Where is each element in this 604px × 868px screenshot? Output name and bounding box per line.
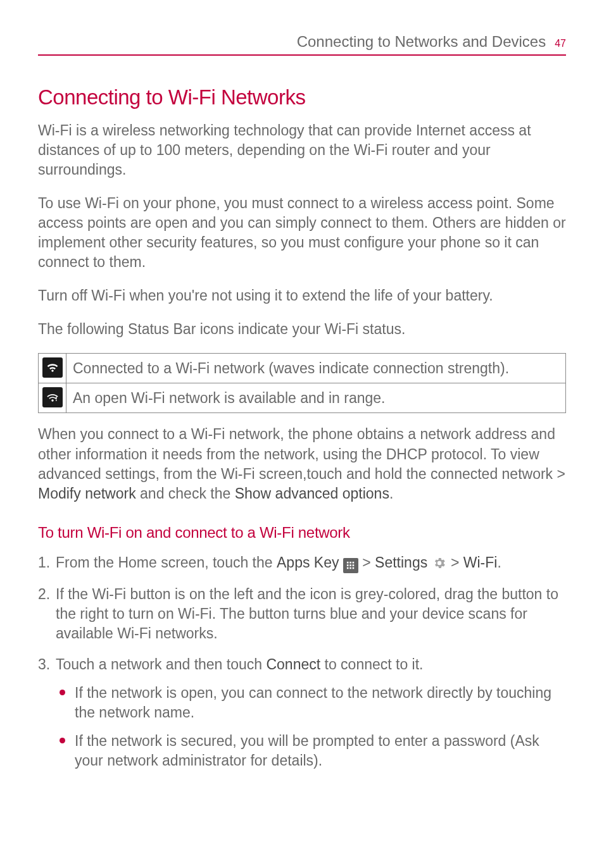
svg-rect-3 <box>347 564 349 566</box>
steps-list: From the Home screen, touch the Apps Key… <box>38 553 566 771</box>
connect-label: Connect <box>266 656 320 673</box>
wifi-open-icon-cell <box>39 383 66 413</box>
text-span: From the Home screen, touch the <box>56 554 277 571</box>
svg-rect-7 <box>349 567 351 569</box>
status-icon-table: Connected to a Wi-Fi network (waves indi… <box>38 353 566 413</box>
dhcp-paragraph: When you connect to a Wi-Fi network, the… <box>38 425 566 503</box>
bullet-secured-network: If the network is secured, you will be p… <box>56 731 566 771</box>
text-span: and check the <box>136 485 235 502</box>
apps-key-label: Apps Key <box>277 554 339 571</box>
svg-rect-1 <box>349 562 351 564</box>
page-title: Connecting to Wi-Fi Networks <box>38 84 566 112</box>
svg-rect-0 <box>347 562 349 564</box>
intro-paragraph-1: Wi-Fi is a wireless networking technolog… <box>38 121 566 180</box>
svg-rect-6 <box>347 567 349 569</box>
intro-paragraph-4: The following Status Bar icons indicate … <box>38 319 566 339</box>
text-span: When you connect to a Wi-Fi network, the… <box>38 426 565 481</box>
step-1: From the Home screen, touch the Apps Key… <box>38 553 566 573</box>
modify-network-label: Modify network <box>38 485 136 502</box>
svg-rect-2 <box>352 562 354 564</box>
wifi-connected-description: Connected to a Wi-Fi network (waves indi… <box>66 354 566 383</box>
step-3: Touch a network and then touch Connect t… <box>38 655 566 771</box>
page-header: Connecting to Networks and Devices 47 <box>38 32 566 56</box>
header-page-number: 47 <box>555 37 566 51</box>
table-row: Connected to a Wi-Fi network (waves indi… <box>39 354 566 383</box>
step-2: If the Wi-Fi button is on the left and t… <box>38 585 566 643</box>
text-span: Touch a network and then touch <box>56 656 266 673</box>
header-section-title: Connecting to Networks and Devices <box>297 32 546 52</box>
wifi-label: Wi-Fi <box>463 554 498 571</box>
step-3-bullets: If the network is open, you can connect … <box>56 683 566 771</box>
text-span: to connect to it. <box>320 656 423 673</box>
text-span: . <box>389 485 393 502</box>
bullet-open-network: If the network is open, you can connect … <box>56 683 566 722</box>
intro-paragraph-3: Turn off Wi-Fi when you're not using it … <box>38 286 566 306</box>
apps-grid-icon <box>343 558 358 573</box>
settings-label: Settings <box>375 554 427 571</box>
wifi-connected-icon-cell <box>39 354 66 383</box>
svg-rect-4 <box>349 564 351 566</box>
text-span: > <box>447 554 463 571</box>
settings-gear-icon <box>432 555 447 571</box>
table-row: An open Wi-Fi network is available and i… <box>39 383 566 413</box>
svg-rect-8 <box>352 567 354 569</box>
svg-rect-5 <box>352 564 354 566</box>
show-advanced-options-label: Show advanced options <box>235 485 389 502</box>
wifi-connected-icon <box>42 357 63 378</box>
wifi-open-icon <box>42 387 63 407</box>
section-heading: To turn Wi-Fi on and connect to a Wi-Fi … <box>38 523 566 543</box>
text-span: . <box>497 554 501 571</box>
wifi-open-description: An open Wi-Fi network is available and i… <box>66 383 566 413</box>
text-span: > <box>358 554 375 571</box>
intro-paragraph-2: To use Wi-Fi on your phone, you must con… <box>38 194 566 272</box>
